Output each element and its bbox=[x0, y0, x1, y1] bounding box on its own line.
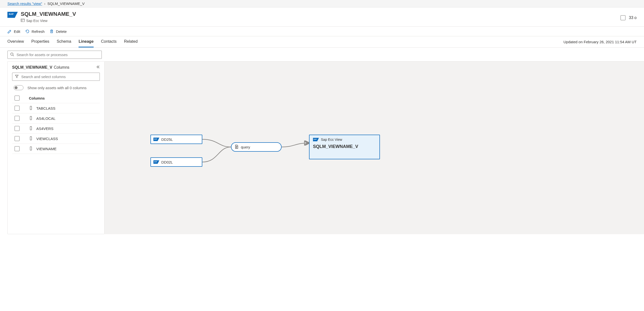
panel-title-asset: SQLM_VIEWNAME_V bbox=[12, 65, 52, 70]
sap-ecc-mini-icon: SAP bbox=[154, 160, 159, 164]
main-content: SQLM_VIEWNAME_V Columns Show only assets… bbox=[0, 61, 644, 234]
lineage-target-subtitle: Sap Ecc View bbox=[321, 138, 342, 142]
delete-label: Delete bbox=[56, 30, 66, 34]
header-count: 33 o bbox=[629, 16, 636, 20]
breadcrumb-link[interactable]: Search results "view" bbox=[8, 2, 42, 6]
column-row[interactable]: TABCLASS bbox=[12, 103, 100, 114]
column-icon bbox=[29, 136, 33, 141]
lineage-source-label: DD02L bbox=[161, 160, 173, 164]
lineage-target-node[interactable]: SAP Sap Ecc View SQLM_VIEWNAME_V bbox=[309, 135, 380, 159]
column-icon bbox=[29, 106, 33, 111]
svg-text:SAP: SAP bbox=[9, 12, 14, 15]
toolbar: Edit Refresh Delete bbox=[0, 27, 644, 36]
sap-ecc-mini-icon: SAP bbox=[313, 138, 319, 142]
refresh-icon bbox=[25, 29, 30, 34]
svg-rect-11 bbox=[30, 136, 32, 140]
svg-rect-8 bbox=[30, 106, 32, 110]
svg-rect-12 bbox=[30, 147, 32, 150]
lineage-process-label: query bbox=[241, 145, 250, 149]
refresh-label: Refresh bbox=[32, 30, 45, 34]
edit-button[interactable]: Edit bbox=[8, 29, 20, 34]
column-filter-input[interactable] bbox=[21, 74, 97, 79]
column-name: AS4LOCAL bbox=[36, 116, 56, 120]
header-select-checkbox[interactable] bbox=[620, 15, 626, 20]
edit-label: Edit bbox=[14, 30, 20, 34]
breadcrumb: Search results "view" › SQLM_VIEWNAME_V bbox=[0, 0, 644, 8]
column-name: VIEWCLASS bbox=[36, 136, 58, 141]
panel-title-columns: Columns bbox=[54, 65, 70, 70]
svg-rect-10 bbox=[30, 126, 32, 130]
tabs: Overview Properties Schema Lineage Conta… bbox=[8, 36, 145, 48]
breadcrumb-current: SQLM_VIEWNAME_V bbox=[48, 2, 85, 6]
tabs-row: Overview Properties Schema Lineage Conta… bbox=[0, 36, 644, 48]
svg-text:SAP: SAP bbox=[154, 138, 157, 140]
show-only-toggle[interactable] bbox=[14, 85, 24, 90]
sap-ecc-mini-icon: SAP bbox=[154, 137, 159, 141]
lineage-source-node[interactable]: SAP DD02L bbox=[150, 157, 202, 167]
svg-line-7 bbox=[13, 55, 14, 56]
page-title: SQLM_VIEWNAME_V bbox=[21, 11, 76, 17]
column-checkbox[interactable] bbox=[14, 116, 20, 121]
filter-icon bbox=[15, 74, 19, 79]
column-row[interactable]: AS4LOCAL bbox=[12, 114, 100, 124]
lineage-canvas[interactable]: SAP DD25L SAP DD02L query SAP Sap Ecc Vi… bbox=[104, 61, 644, 234]
search-input[interactable] bbox=[16, 52, 99, 57]
page-header: SAPECC SQLM_VIEWNAME_V Sap Ecc View 33 o bbox=[0, 8, 644, 27]
lineage-search-bar bbox=[0, 48, 644, 61]
pencil-icon bbox=[8, 29, 12, 34]
column-checkbox[interactable] bbox=[14, 146, 20, 151]
search-icon bbox=[10, 52, 14, 57]
tab-properties[interactable]: Properties bbox=[31, 36, 50, 48]
sap-ecc-logo-icon: SAPECC bbox=[8, 11, 18, 19]
show-only-label: Show only assets with all 0 columns bbox=[28, 86, 86, 90]
svg-rect-3 bbox=[21, 19, 24, 22]
tab-lineage[interactable]: Lineage bbox=[78, 36, 94, 48]
collapse-panel-button[interactable] bbox=[96, 65, 100, 70]
page-subtitle-text: Sap Ecc View bbox=[26, 19, 48, 23]
document-icon bbox=[234, 144, 239, 150]
column-filter-input-wrap[interactable] bbox=[12, 72, 100, 81]
lineage-target-title: SQLM_VIEWNAME_V bbox=[313, 144, 358, 149]
columns-panel: SQLM_VIEWNAME_V Columns Show only assets… bbox=[8, 61, 104, 234]
column-row[interactable]: AS4VERS bbox=[12, 124, 100, 134]
select-all-columns-checkbox[interactable] bbox=[14, 96, 20, 100]
svg-point-6 bbox=[10, 53, 13, 55]
column-checkbox[interactable] bbox=[14, 136, 20, 141]
breadcrumb-separator: › bbox=[44, 2, 46, 6]
column-checkbox[interactable] bbox=[14, 106, 20, 111]
svg-text:SAP: SAP bbox=[154, 161, 157, 162]
column-icon bbox=[29, 146, 33, 151]
svg-text:SAP: SAP bbox=[314, 138, 317, 140]
lineage-process-node[interactable]: query bbox=[231, 142, 282, 152]
view-icon bbox=[21, 18, 25, 23]
column-icon bbox=[29, 116, 33, 121]
column-name: TABCLASS bbox=[36, 106, 55, 110]
refresh-button[interactable]: Refresh bbox=[25, 29, 45, 34]
column-checkbox[interactable] bbox=[14, 126, 20, 131]
column-name: AS4VERS bbox=[36, 126, 53, 131]
column-name: VIEWNAME bbox=[36, 147, 56, 151]
columns-header: Columns bbox=[29, 96, 45, 100]
svg-rect-9 bbox=[30, 116, 32, 120]
lineage-source-node[interactable]: SAP DD25L bbox=[150, 135, 202, 144]
updated-timestamp: Updated on February 26, 2021 11:54 AM UT bbox=[564, 40, 636, 44]
search-input-wrap[interactable] bbox=[8, 51, 102, 59]
delete-button[interactable]: Delete bbox=[50, 29, 66, 34]
trash-icon bbox=[50, 29, 54, 34]
column-icon bbox=[29, 126, 33, 131]
tab-overview[interactable]: Overview bbox=[8, 36, 24, 48]
svg-text:ECC: ECC bbox=[9, 16, 12, 18]
column-row[interactable]: VIEWCLASS bbox=[12, 134, 100, 144]
tab-schema[interactable]: Schema bbox=[57, 36, 72, 48]
lineage-source-label: DD25L bbox=[161, 137, 173, 142]
column-row[interactable]: VIEWNAME bbox=[12, 144, 100, 154]
page-subtitle: Sap Ecc View bbox=[21, 18, 76, 23]
tab-contacts[interactable]: Contacts bbox=[101, 36, 116, 48]
tab-related[interactable]: Related bbox=[124, 36, 138, 48]
